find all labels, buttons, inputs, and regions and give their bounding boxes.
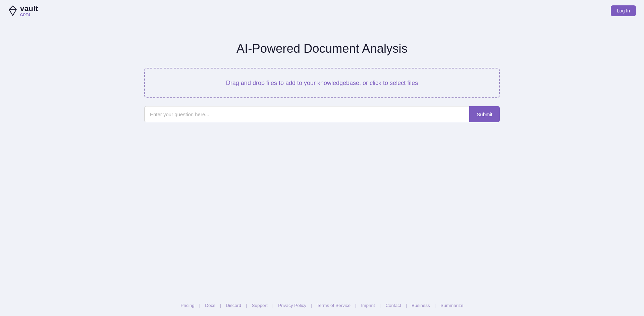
- footer-separator: |: [435, 303, 436, 308]
- footer-link-terms-of-service[interactable]: Terms of Service: [317, 303, 351, 308]
- footer-link-imprint[interactable]: Imprint: [361, 303, 375, 308]
- footer-link-privacy-policy[interactable]: Privacy Policy: [278, 303, 306, 308]
- footer-separator: |: [355, 303, 356, 308]
- page-title: AI-Powered Document Analysis: [236, 42, 408, 56]
- footer-separator: |: [199, 303, 200, 308]
- footer-link-pricing[interactable]: Pricing: [180, 303, 194, 308]
- footer-separator: |: [311, 303, 312, 308]
- vault-logo-icon: [8, 5, 17, 16]
- footer-separator: |: [380, 303, 381, 308]
- submit-button[interactable]: Submit: [469, 106, 500, 122]
- login-button[interactable]: Log In: [611, 5, 636, 16]
- logo-text-group: vault GPT4: [20, 5, 38, 17]
- logo-subtitle: GPT4: [20, 13, 38, 17]
- footer-link-business[interactable]: Business: [412, 303, 430, 308]
- logo-area: vault GPT4: [8, 5, 38, 17]
- footer-link-contact[interactable]: Contact: [385, 303, 401, 308]
- footer-link-support[interactable]: Support: [252, 303, 267, 308]
- footer-separator: |: [220, 303, 221, 308]
- question-input[interactable]: [144, 106, 469, 122]
- question-area: Submit: [144, 106, 500, 122]
- footer-link-docs[interactable]: Docs: [205, 303, 215, 308]
- footer-separator: |: [272, 303, 273, 308]
- footer-separator: |: [406, 303, 407, 308]
- logo-name: vault: [20, 5, 38, 13]
- file-drop-zone[interactable]: Drag and drop files to add to your knowl…: [144, 68, 500, 98]
- footer: Pricing|Docs|Discord|Support|Privacy Pol…: [0, 296, 644, 316]
- drop-zone-text: Drag and drop files to add to your knowl…: [226, 80, 418, 87]
- svg-marker-0: [9, 6, 16, 15]
- header: vault GPT4 Log In: [0, 0, 644, 21]
- main-content: AI-Powered Document Analysis Drag and dr…: [0, 21, 644, 296]
- footer-link-summarize[interactable]: Summarize: [440, 303, 463, 308]
- footer-separator: |: [246, 303, 247, 308]
- footer-link-discord[interactable]: Discord: [226, 303, 241, 308]
